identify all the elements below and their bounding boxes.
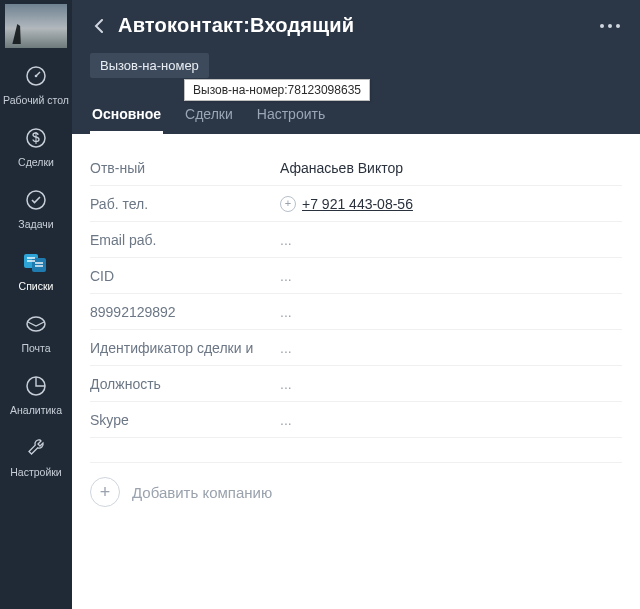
lists-icon <box>0 248 72 276</box>
field-value: + +7 921 443-08-56 <box>280 196 622 212</box>
field-value[interactable]: ... <box>280 340 622 356</box>
add-company-button[interactable]: + Добавить компанию <box>90 462 622 507</box>
phone-link[interactable]: +7 921 443-08-56 <box>302 196 413 212</box>
chevron-left-icon <box>93 19 105 33</box>
tab-deals[interactable]: Сделки <box>183 96 235 134</box>
check-circle-icon <box>0 186 72 214</box>
sidebar-item-label: Настройки <box>0 466 72 478</box>
sidebar-item-tasks[interactable]: Задачи <box>0 176 72 238</box>
field-value[interactable]: ... <box>280 304 622 320</box>
more-menu-button[interactable] <box>598 18 622 34</box>
user-avatar[interactable] <box>5 4 67 48</box>
content-body: Отв-ный Афанасьев Виктор Раб. тел. + +7 … <box>72 134 640 609</box>
svg-rect-6 <box>24 254 38 268</box>
tag-set: Вызов-на-номер Вызов-на-номер:7812309863… <box>90 53 622 78</box>
call-tag-tooltip: Вызов-на-номер:78123098635 <box>184 79 370 101</box>
empty-value: ... <box>280 376 292 392</box>
back-button[interactable] <box>90 17 108 35</box>
plus-circle-icon: + <box>90 477 120 507</box>
avatar-slot <box>0 0 72 52</box>
sidebar-item-label: Задачи <box>0 218 72 230</box>
sidebar-item-mail[interactable]: Почта <box>0 300 72 362</box>
call-tag[interactable]: Вызов-на-номер <box>90 53 209 78</box>
svg-point-2 <box>35 75 38 78</box>
sidebar-item-label: Почта <box>0 342 72 354</box>
sidebar-item-label: Сделки <box>0 156 72 168</box>
sidebar-item-analytics[interactable]: Аналитика <box>0 362 72 424</box>
tab-main[interactable]: Основное <box>90 96 163 134</box>
app-root: Рабочий стол Сделки Задачи <box>0 0 640 609</box>
field-label: CID <box>90 268 280 284</box>
field-label: 89992129892 <box>90 304 280 320</box>
field-label: Отв-ный <box>90 160 280 176</box>
sidebar-item-lists[interactable]: Списки <box>0 238 72 300</box>
mail-icon <box>0 310 72 338</box>
header: Автоконтакт:Входящий Вызов-на-номер Вызо… <box>72 0 640 134</box>
analytics-icon <box>0 372 72 400</box>
sidebar-item-dashboard[interactable]: Рабочий стол <box>0 52 72 114</box>
add-phone-icon[interactable]: + <box>280 196 296 212</box>
field-label: Email раб. <box>90 232 280 248</box>
page-title: Автоконтакт:Входящий <box>118 14 354 37</box>
main-column: Автоконтакт:Входящий Вызов-на-номер Вызо… <box>72 0 640 609</box>
field-value[interactable]: ... <box>280 376 622 392</box>
add-company-label: Добавить компанию <box>132 484 272 501</box>
sidebar-item-label: Списки <box>0 280 72 292</box>
field-label: Skype <box>90 412 280 428</box>
field-value[interactable]: ... <box>280 268 622 284</box>
empty-value: ... <box>280 412 292 428</box>
tab-configure[interactable]: Настроить <box>255 96 327 134</box>
field-label: Раб. тел. <box>90 196 280 212</box>
tabs: Основное Сделки Настроить <box>90 96 622 134</box>
field-row-work-phone: Раб. тел. + +7 921 443-08-56 <box>90 186 622 222</box>
field-row-work-email: Email раб. ... <box>90 222 622 258</box>
field-label: Должность <box>90 376 280 392</box>
empty-value: ... <box>280 304 292 320</box>
field-value[interactable]: Афанасьев Виктор <box>280 160 622 176</box>
sidebar-item-label: Рабочий стол <box>0 94 72 106</box>
field-row-custom-number: 89992129892 ... <box>90 294 622 330</box>
sidebar: Рабочий стол Сделки Задачи <box>0 0 72 609</box>
field-row-responsible: Отв-ный Афанасьев Виктор <box>90 150 622 186</box>
responsible-name: Афанасьев Виктор <box>280 160 403 176</box>
sidebar-item-settings[interactable]: Настройки <box>0 424 72 486</box>
sidebar-item-deals[interactable]: Сделки <box>0 114 72 176</box>
field-value[interactable]: ... <box>280 412 622 428</box>
empty-value: ... <box>280 232 292 248</box>
field-row-deal-id: Идентификатор сделки и ... <box>90 330 622 366</box>
dollar-icon <box>0 124 72 152</box>
field-row-position: Должность ... <box>90 366 622 402</box>
field-row-cid: CID ... <box>90 258 622 294</box>
empty-value: ... <box>280 340 292 356</box>
field-value[interactable]: ... <box>280 232 622 248</box>
field-label: Идентификатор сделки и <box>90 340 280 356</box>
svg-rect-7 <box>32 258 46 272</box>
field-row-skype: Skype ... <box>90 402 622 438</box>
sidebar-item-label: Аналитика <box>0 404 72 416</box>
gauge-icon <box>0 62 72 90</box>
header-top: Автоконтакт:Входящий <box>90 14 622 37</box>
empty-value: ... <box>280 268 292 284</box>
wrench-icon <box>0 434 72 462</box>
svg-point-12 <box>27 317 45 331</box>
